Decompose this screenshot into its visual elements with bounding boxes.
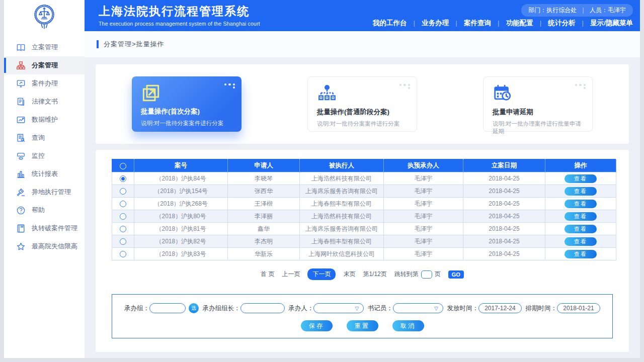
cell-executee: 上海春熙丰型有限公司 — [300, 198, 384, 210]
sidebar-item-4[interactable]: 法律文书 — [4, 93, 85, 111]
department-value: 执行综合处 — [546, 6, 577, 15]
dropdown-arrow-icon: ▽ — [355, 306, 359, 311]
cell-undertaker: 毛泽宇 — [384, 235, 463, 248]
card-1[interactable]: 批量操作(首次分案)说明:对一批待分案案件进行分案 — [132, 76, 242, 132]
sidebar-item-11[interactable]: 执转破案件管理 — [4, 219, 85, 237]
sidebar-item-9[interactable]: 异地执行管理 — [4, 183, 85, 201]
pagination-last[interactable]: 末页 — [343, 270, 355, 279]
cell-undertaker: 毛泽宇 — [384, 223, 463, 235]
nav-item-6[interactable]: 显示/隐藏菜单 — [590, 19, 633, 28]
cell-applicant: 李晓琴 — [228, 172, 300, 185]
case-group-input[interactable] — [149, 303, 186, 313]
cell-applicant: 王泽楷 — [228, 198, 300, 210]
user-info-separator: ｜ — [580, 6, 586, 15]
clerk-input[interactable]: ▽ — [393, 303, 443, 313]
pick-button[interactable]: 选 — [189, 303, 199, 313]
pagination: 首 页 上一页 下一页 末页 第1/12页 跳转到第 页 GO — [112, 268, 613, 280]
pagination-first[interactable]: 首 页 — [261, 270, 274, 279]
view-button[interactable]: 查看 — [565, 237, 597, 246]
nav-item-3[interactable]: 案件查询 — [464, 19, 491, 28]
sidebar-item-label: 执转破案件管理 — [32, 224, 77, 233]
department-label: 部门： — [528, 6, 546, 15]
nav-item-1[interactable]: 我的工作台 — [373, 19, 407, 28]
column-header: 操作 — [545, 159, 616, 172]
sidebar-item-label: 分案管理 — [32, 61, 58, 70]
row-radio[interactable] — [120, 188, 126, 195]
reset-button[interactable]: 重置 — [347, 320, 378, 331]
schedule-date-input[interactable]: 2018-01-21 — [557, 303, 600, 313]
cell-applicant: 华新乐 — [228, 248, 300, 260]
column-header: 立案日期 — [463, 159, 545, 172]
card-title: 批量操作(首次分案) — [141, 107, 232, 116]
cell-action: 查看 — [545, 210, 616, 223]
breadcrumb: 分案管理>批量操作 — [104, 40, 165, 49]
nav-item-2[interactable]: 业务办理 — [422, 19, 449, 28]
view-button[interactable]: 查看 — [565, 250, 597, 258]
nav-item-5[interactable]: 统计分析 — [548, 19, 575, 28]
issue-date-input[interactable]: 2017-12-24 — [478, 303, 522, 313]
cell-executee: 上海网叶欣信息科技公司 — [300, 248, 384, 260]
row-radio[interactable] — [120, 175, 126, 182]
gavel-icon — [16, 188, 26, 197]
view-button[interactable]: 查看 — [565, 225, 597, 233]
save-button[interactable]: 保存 — [301, 320, 333, 331]
sidebar-menu: 立案管理分案管理案件办理法律文书数据维护查询监控统计报表异地执行管理帮助执转破案… — [4, 38, 85, 255]
select-all-radio[interactable] — [120, 163, 126, 169]
sidebar-item-label: 案件办理 — [32, 79, 58, 88]
cell-undertaker: 毛泽宇 — [384, 210, 463, 223]
sidebar-item-3[interactable]: 案件办理 — [4, 74, 85, 93]
row-radio[interactable] — [120, 213, 126, 220]
cell-action: 查看 — [545, 223, 616, 235]
sidebar-item-2[interactable]: 分案管理 — [4, 56, 85, 74]
table-row: （2018）沪执268号王泽楷上海春熙丰型有限公司毛泽宇2018-04-25查看 — [112, 198, 616, 210]
sidebar-item-5[interactable]: 数据维护 — [4, 111, 85, 129]
table-row: （2018）沪执83号华新乐上海网叶欣信息科技公司毛泽宇2018-04-25查看 — [112, 248, 616, 260]
sidebar-item-label: 帮助 — [32, 206, 45, 215]
view-button[interactable]: 查看 — [565, 174, 597, 183]
row-select-cell — [112, 210, 134, 223]
cell-applicant: 李泽丽 — [228, 210, 300, 223]
pagination-jump-group: 跳转到第 页 — [394, 270, 441, 279]
view-button[interactable]: 查看 — [565, 187, 597, 196]
row-select-cell — [112, 223, 134, 235]
sidebar-item-8[interactable]: 统计报表 — [4, 165, 85, 183]
page-jump-input[interactable] — [421, 270, 432, 279]
sidebar-item-1[interactable]: 立案管理 — [4, 38, 85, 56]
court-emblem-logo — [31, 2, 57, 31]
card-description: 说明:对一批办理案件进行批量申请延期 — [493, 120, 583, 135]
row-select-cell — [112, 248, 134, 260]
card-3[interactable]: 批量申请延期说明:对一批办理案件进行批量申请延期 — [483, 76, 593, 132]
sidebar-item-10[interactable]: 帮助 — [4, 201, 85, 219]
row-radio[interactable] — [120, 226, 126, 232]
view-button[interactable]: 查看 — [565, 200, 597, 208]
sidebar-item-7[interactable]: 监控 — [4, 147, 85, 165]
cell-case-no: （2018）沪执82号 — [134, 235, 228, 248]
cell-undertaker: 毛泽宇 — [384, 185, 463, 198]
sidebar-item-6[interactable]: 查询 — [4, 129, 85, 147]
pagination-next[interactable]: 下一页 — [307, 268, 336, 280]
hierarchy-icon — [317, 83, 337, 104]
cell-case-no: （2018）沪执154号 — [134, 185, 228, 198]
person-label: 人员： — [590, 6, 608, 15]
pagination-prev[interactable]: 上一页 — [282, 270, 300, 279]
undertaker-input[interactable]: ▽ — [313, 303, 364, 313]
app-title: 上海法院执行流程管理系统 — [99, 4, 260, 19]
column-header: 执预承办人 — [384, 159, 463, 172]
cell-date: 2018-04-25 — [463, 172, 545, 185]
row-radio[interactable] — [120, 201, 126, 207]
row-radio[interactable] — [120, 238, 126, 245]
cancel-button[interactable]: 取消 — [392, 320, 424, 331]
card-menu-dots-icon — [573, 82, 586, 88]
view-button[interactable]: 查看 — [565, 212, 597, 221]
nav-item-4[interactable]: 功能配置 — [506, 19, 533, 28]
cell-action: 查看 — [545, 235, 616, 248]
sidebar-item-label: 监控 — [32, 151, 45, 160]
go-button[interactable]: GO — [448, 270, 464, 279]
group-leader-input[interactable] — [240, 303, 285, 313]
sidebar-item-12[interactable]: 最高院失信限高 — [4, 237, 85, 255]
cell-action: 查看 — [545, 248, 616, 260]
app-header: 上海法院执行流程管理系统 The execution process manag… — [85, 0, 640, 31]
card-2[interactable]: 批量操作(普通阶段分案)说明:对一批待分案案件进行分案 — [307, 76, 417, 132]
row-radio[interactable] — [120, 251, 126, 257]
cell-applicant: 张西华 — [228, 185, 300, 198]
